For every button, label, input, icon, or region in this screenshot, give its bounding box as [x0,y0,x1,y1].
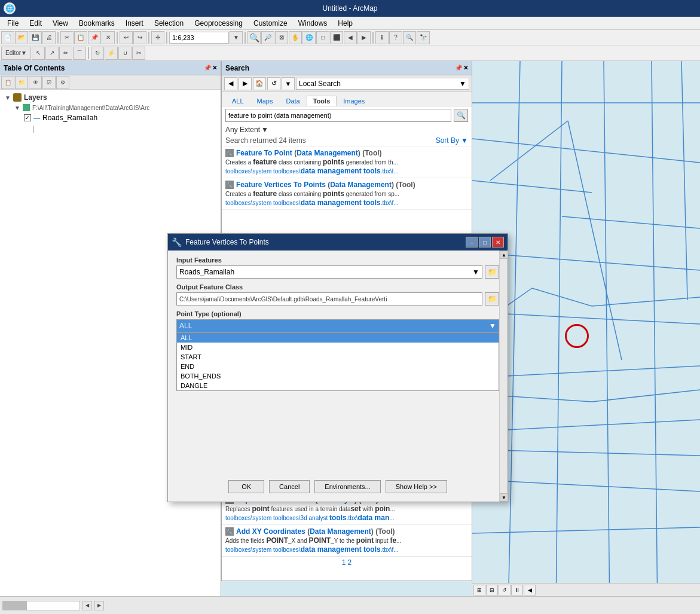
toc-options[interactable]: ⚙ [56,76,69,89]
pt-option-mid[interactable]: MID [177,343,499,352]
pt-option-end[interactable]: END [177,362,499,371]
zoom-in-btn[interactable]: 🔍 [247,31,261,44]
undo-btn[interactable]: ↩ [120,31,133,44]
map-pause-btn[interactable]: ⏸ [511,585,523,595]
help-btn[interactable]: ? [389,31,402,44]
search-home-btn[interactable]: 🏠 [253,77,266,90]
union-tool[interactable]: ∪ [118,47,132,60]
status-scroll-left[interactable]: ◀ [82,601,92,610]
search-submit-btn[interactable]: 🔍 [454,109,468,122]
dialog-close-btn[interactable]: ✕ [492,237,504,248]
toc-layers-group[interactable]: ▼ Layers [2,92,218,103]
sort-by-btn[interactable]: Sort By ▼ [436,136,468,145]
pt-option-both-ends[interactable]: BOTH_ENDS [177,371,499,381]
menu-windows[interactable]: Windows [294,18,332,29]
find-btn[interactable]: 🔍 [403,31,416,44]
point-type-dropdown-btn[interactable]: ALL ▼ [176,319,499,332]
map-fit-btn[interactable]: ⊞ [473,585,485,595]
map-refresh-btn[interactable]: ↺ [499,585,511,595]
tab-maps[interactable]: Maps [250,96,280,106]
menu-selection[interactable]: Selection [149,18,188,29]
edit-nodes[interactable]: ↗ [45,47,59,60]
scale-dropdown[interactable]: ▼ [230,31,243,44]
search-fwd-btn[interactable]: ▶ [239,77,252,90]
list-by-source[interactable]: 📁 [15,76,28,89]
list-by-selection[interactable]: ☑ [42,76,56,89]
editor-dropdown[interactable]: Editor▼ [1,47,31,60]
search-pin-btn[interactable]: 📌 [455,65,462,71]
toc-close-btn[interactable]: ✕ [212,65,217,71]
pt-option-dangle[interactable]: DANGLE [177,381,499,390]
status-scrollbar[interactable] [2,601,80,610]
page-2-btn[interactable]: 2 [348,558,352,567]
menu-help[interactable]: Help [333,18,357,29]
list-by-visibility[interactable]: 👁 [29,76,42,89]
show-help-button[interactable]: Show Help >> [386,480,447,493]
new-btn[interactable]: 📄 [1,31,14,44]
cancel-button[interactable]: Cancel [269,480,310,493]
search-close-btn[interactable]: ✕ [463,65,468,71]
page-1-btn[interactable]: 1 [342,558,346,567]
sketch-tool[interactable]: ✏ [59,47,72,60]
tab-images[interactable]: Images [337,96,371,106]
menu-file[interactable]: File [2,18,23,29]
binoculars-btn[interactable]: 🔭 [417,31,430,44]
nav-back[interactable]: ◀ [344,31,357,44]
full-extent-btn[interactable]: ⊠ [275,31,288,44]
split-tool[interactable]: ⚡ [105,47,118,60]
output-class-browse-btn[interactable]: 📁 [485,292,499,306]
menu-geoprocessing[interactable]: Geoprocessing [189,18,247,29]
scroll-down-btn[interactable]: ▼ [500,493,508,502]
status-scroll-right[interactable]: ▶ [94,601,104,610]
copy-btn[interactable]: 📋 [74,31,87,44]
input-features-dropdown[interactable]: Roads_Ramallah ▼ [176,265,482,279]
trim-tool[interactable]: ✂ [132,47,145,60]
environments-button[interactable]: Environments... [314,480,380,493]
ok-button[interactable]: OK [228,480,264,493]
search-input[interactable] [225,109,451,122]
save-btn[interactable]: 💾 [29,31,42,44]
paste-btn[interactable]: 📌 [88,31,101,44]
nav-fwd[interactable]: ▶ [357,31,371,44]
menu-customize[interactable]: Customize [249,18,292,29]
input-features-browse-btn[interactable]: 📁 [485,265,499,279]
pan-btn[interactable]: ✛ [151,31,164,44]
rotate-tool[interactable]: ↻ [91,47,104,60]
search-location-dropdown[interactable]: Local Search ▼ [296,78,469,90]
delete-btn[interactable]: ✕ [102,31,115,44]
cut-btn[interactable]: ✂ [60,31,74,44]
toc-sublayer-item[interactable]: — Roads_Ramallah [2,112,218,123]
zoom-out-btn[interactable]: 🔎 [261,31,274,44]
scale-input[interactable]: 1:6,233 [169,32,229,44]
tab-tools[interactable]: Tools [307,96,337,106]
dialog-maximize-btn[interactable]: □ [479,237,491,248]
info-btn[interactable]: ℹ [375,31,389,44]
toc-pin-btn[interactable]: 📌 [204,65,211,71]
scroll-up-btn[interactable]: ▲ [500,251,508,259]
menu-edit[interactable]: Edit [25,18,47,29]
pt-option-start[interactable]: START [177,352,499,362]
magnify-btn[interactable]: ⬛ [330,31,343,44]
arc-tool[interactable]: ⌒ [73,47,86,60]
edit-tool[interactable]: ↖ [32,47,45,60]
search-options-btn[interactable]: ▼ [282,77,295,90]
print-btn[interactable]: 🖨 [42,31,56,44]
layer-expand-icon[interactable]: ▼ [14,105,20,111]
map-nav-back[interactable]: ◀ [524,585,536,595]
globe-btn[interactable]: 🌐 [302,31,316,44]
layer-visibility-checkbox[interactable] [24,114,31,121]
pan-map-btn[interactable]: ✋ [289,31,302,44]
dialog-minimize-btn[interactable]: – [466,237,478,248]
redo-btn[interactable]: ↪ [133,31,146,44]
extent-dropdown[interactable]: Any Extent ▼ [225,126,468,134]
map-grid-btn[interactable]: ⊟ [486,585,498,595]
menu-bookmarks[interactable]: Bookmarks [74,18,120,29]
open-btn[interactable]: 📂 [15,31,28,44]
menu-view[interactable]: View [48,18,73,29]
result-2-title[interactable]: 🔧 Feature Vertices To Points (Data Manag… [225,181,468,189]
tab-data[interactable]: Data [279,96,306,106]
layers-expand-icon[interactable]: ▼ [5,94,11,101]
search-back-btn[interactable]: ◀ [224,77,237,90]
select-btn[interactable]: □ [316,31,329,44]
toc-layer-item[interactable]: ▼ F:\All\TrainingManagement\Data\ArcGIS\… [2,103,218,112]
